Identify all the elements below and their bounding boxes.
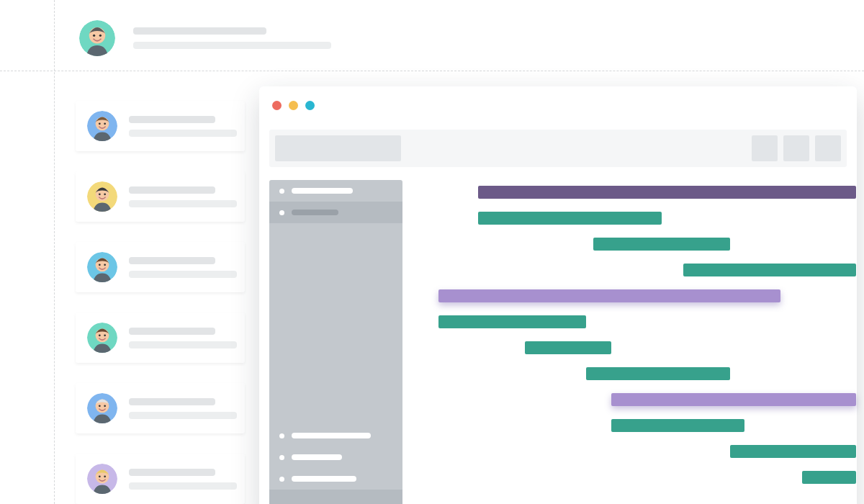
sidebar-item[interactable] (269, 202, 402, 223)
user-card[interactable] (76, 171, 245, 222)
svg-point-26 (99, 475, 101, 477)
svg-point-19 (104, 334, 106, 336)
sidebar-item-label (292, 476, 356, 482)
svg-point-3 (99, 34, 102, 36)
gantt-bar[interactable] (438, 315, 586, 328)
header-name-placeholder (133, 27, 266, 35)
svg-point-15 (104, 264, 106, 266)
gantt-toolbar (269, 130, 847, 167)
toolbar-search-placeholder[interactable] (275, 135, 401, 161)
user-avatar (87, 464, 117, 494)
sidebar-item[interactable] (269, 446, 402, 468)
bullet-icon (279, 210, 284, 215)
user-name-placeholder (129, 398, 215, 405)
gantt-bar[interactable] (611, 393, 856, 406)
gantt-bar[interactable] (525, 341, 611, 354)
window-traffic-lights (272, 101, 315, 110)
gantt-bar[interactable] (593, 238, 730, 251)
user-name-placeholder (129, 116, 215, 123)
minimize-icon[interactable] (289, 101, 298, 110)
toolbar-action-button[interactable] (783, 135, 809, 161)
gantt-bar[interactable] (611, 419, 744, 432)
header-subtitle-placeholder (133, 42, 331, 49)
user-sub-placeholder (129, 412, 237, 419)
zoom-icon[interactable] (305, 101, 315, 110)
user-avatar (87, 252, 117, 282)
user-sub-placeholder (129, 341, 237, 348)
sidebar-item[interactable] (269, 180, 402, 202)
bullet-icon (279, 455, 284, 460)
user-card[interactable] (76, 101, 245, 151)
user-name-placeholder (129, 257, 215, 264)
user-avatar (87, 323, 117, 353)
header-avatar[interactable] (79, 20, 115, 56)
user-avatar (87, 393, 117, 423)
user-card[interactable] (76, 312, 245, 363)
user-card[interactable] (76, 383, 245, 433)
sidebar-item-label (292, 188, 353, 194)
header-user-row (79, 18, 835, 58)
svg-point-18 (99, 334, 101, 336)
svg-point-11 (104, 193, 106, 195)
bullet-icon (279, 433, 284, 438)
gantt-bar[interactable] (478, 186, 856, 199)
svg-point-7 (104, 122, 106, 125)
bullet-icon (279, 189, 284, 194)
user-name-placeholder (129, 328, 215, 335)
sidebar-item[interactable] (269, 425, 402, 446)
svg-point-22 (99, 405, 101, 407)
gantt-bar[interactable] (586, 367, 730, 380)
bullet-icon (279, 477, 284, 482)
divider-horizontal (0, 71, 864, 71)
close-icon[interactable] (272, 101, 282, 110)
user-avatar (87, 111, 117, 141)
toolbar-action-button[interactable] (815, 135, 841, 161)
user-sub-placeholder (129, 130, 237, 137)
user-name-placeholder (129, 186, 215, 194)
gantt-bar[interactable] (478, 212, 662, 225)
gantt-bar[interactable] (730, 445, 856, 458)
user-sub-placeholder (129, 200, 237, 207)
sidebar-item-label (292, 433, 371, 438)
gantt-chart-area (413, 180, 847, 504)
sidebar-item[interactable] (269, 468, 402, 490)
user-card-list (76, 101, 245, 504)
user-sub-placeholder (129, 482, 237, 490)
toolbar-action-button[interactable] (752, 135, 778, 161)
sidebar-item-label (292, 210, 338, 215)
gantt-bar[interactable] (438, 289, 780, 302)
user-sub-placeholder (129, 271, 237, 278)
gantt-window (259, 86, 857, 504)
sidebar-item-label (292, 454, 342, 460)
svg-point-10 (99, 193, 101, 195)
svg-point-6 (99, 122, 101, 125)
user-card[interactable] (76, 454, 245, 504)
gantt-bar[interactable] (683, 264, 856, 276)
svg-point-14 (99, 264, 101, 266)
svg-point-23 (104, 405, 106, 407)
user-card[interactable] (76, 242, 245, 292)
gantt-bar[interactable] (802, 471, 856, 484)
sidebar-footer (269, 490, 402, 504)
svg-point-2 (93, 34, 95, 36)
user-avatar (87, 181, 117, 212)
svg-point-27 (104, 475, 106, 477)
user-name-placeholder (129, 469, 215, 476)
gantt-sidebar (269, 180, 402, 504)
divider-vertical (54, 0, 55, 504)
